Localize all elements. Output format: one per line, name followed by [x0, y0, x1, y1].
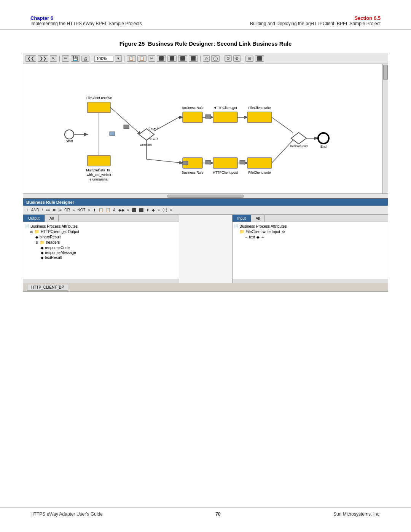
zoom-dropdown-btn[interactable]: ▾ [115, 55, 122, 62]
svg-text:Business Rule: Business Rule [182, 171, 204, 174]
vertical-scrollbar[interactable] [382, 64, 388, 193]
left-tree-area[interactable]: 📄 Business Process Attributes ⊕ 📁 HTTPCl… [23, 222, 179, 279]
brd-paren-btn[interactable]: (+) [162, 208, 168, 212]
diagram-canvas[interactable]: FileClient.receive MultipleData_In_ with… [23, 64, 388, 193]
cut-btn[interactable]: ✂ [148, 55, 155, 62]
brd-dbl-arrow-btn[interactable]: » [72, 208, 76, 212]
svg-rect-35 [183, 161, 188, 165]
stop-btn[interactable]: ⊗ [233, 55, 241, 62]
brd-dbl-arrow5-btn[interactable]: » [169, 208, 173, 212]
align-btn[interactable]: ⬛ [157, 55, 166, 62]
svg-rect-22 [206, 115, 211, 118]
align2-btn[interactable]: ⬛ [167, 55, 177, 62]
brd-pipe-btn[interactable]: |= [57, 208, 62, 212]
right-tree-area[interactable]: 📄 Business Process Attributes 📁 FileClie… [233, 222, 388, 279]
left-tree-item-5[interactable]: ◆ responseMessage [41, 250, 177, 255]
svg-rect-32 [206, 160, 211, 164]
section-subtitle: Building and Deploying the prjHTTPClient… [250, 21, 381, 26]
zoom-input[interactable] [94, 56, 113, 62]
page-header: Chapter 6 Implementing the HTTPS eWay BP… [0, 0, 411, 30]
svg-rect-29 [183, 158, 202, 168]
diamond-icon-r2: ◆ [256, 235, 260, 239]
canvas-hscroll-thumb[interactable] [167, 195, 244, 198]
svg-text:Case 2: Case 2 [148, 137, 158, 141]
left-tree-item-6[interactable]: ◆ textResult [41, 255, 177, 260]
svg-rect-2 [88, 102, 110, 113]
folder-icon-1: 📁 [34, 229, 40, 234]
figure-label: Figure 25 [119, 40, 148, 47]
brd-dot-btn[interactable]: ◆ [151, 208, 156, 212]
brd-diamond-btn[interactable]: ◆◆ [118, 208, 125, 212]
sep1 [59, 56, 60, 62]
brd-toolbar[interactable]: + AND / == ✱ |= OR » NOT » ⬆ 📋 📋 A ◆◆ » … [23, 206, 388, 215]
brd-copy2-btn[interactable]: 📋 [105, 208, 111, 212]
brd-star-btn[interactable]: ✱ [52, 208, 56, 212]
brd-eq-btn[interactable]: == [45, 208, 51, 212]
brd-a-btn[interactable]: A [112, 208, 116, 212]
block-btn[interactable]: ⬛ [255, 55, 264, 62]
align4-btn[interactable]: ⬛ [189, 55, 198, 62]
diamond-btn[interactable]: ◇ [203, 55, 210, 62]
brd-dbl-arrow4-btn[interactable]: » [157, 208, 161, 212]
svg-text:HTTPClient.post: HTTPClient.post [213, 171, 238, 174]
bottom-tab[interactable]: HTTP_CLIENT_BP [27, 284, 68, 291]
canvas-hscroll[interactable] [23, 193, 388, 198]
left-tree-item-3[interactable]: ⊕ 📁 headers [35, 240, 177, 245]
brd-dbl-arrow2-btn[interactable]: » [88, 208, 91, 212]
pointer-btn[interactable]: ↖ [50, 55, 57, 62]
nav-back-btn[interactable]: ❮❮ [25, 55, 36, 62]
right-tree-item-2[interactable]: → text ◆ ↩ [245, 235, 387, 240]
expand-icon-1: ⊕ [30, 230, 33, 234]
output-tab[interactable]: Output [23, 215, 45, 222]
brd-up2-btn[interactable]: ⬆ [145, 208, 150, 212]
nav-forward-btn[interactable]: ❯❯ [38, 55, 48, 62]
target-btn[interactable]: ⊙ [225, 55, 232, 62]
left-tree-root: 📄 Business Process Attributes [25, 224, 177, 229]
section-label: Section 6.5 [250, 15, 381, 21]
brd-not-btn[interactable]: NOT [76, 208, 86, 212]
bottom-tab-container: HTTP_CLIENT_BP [23, 283, 388, 291]
print-btn[interactable]: 🖨 [81, 56, 89, 62]
all-tab-right[interactable]: All [251, 215, 265, 222]
brd-or-btn[interactable]: OR [64, 208, 71, 212]
brd-add-btn[interactable]: + [25, 208, 29, 212]
vscroll-thumb[interactable] [383, 65, 388, 80]
sep3 [124, 56, 124, 62]
monitor-btn[interactable]: 🖥 [245, 56, 253, 62]
brd-block-btn[interactable]: ⬛ [131, 208, 137, 212]
right-tree-item-1[interactable]: 📁 FileClient.write.Input ⚙ [239, 229, 387, 235]
left-tree-item-2[interactable]: ◆ binaryResult [35, 235, 177, 240]
root-doc-icon-right: 📄 [234, 224, 239, 228]
brd-copy-btn[interactable]: 📋 [98, 208, 104, 212]
brd-block2-btn[interactable]: ⬛ [138, 208, 144, 212]
brd-title: Business Rule Designer [23, 199, 388, 206]
leaf-icon-2: ◆ [35, 235, 38, 239]
input-tab[interactable]: Input [233, 215, 251, 222]
brd-dbl-arrow3-btn[interactable]: » [126, 208, 130, 212]
edit-btn[interactable]: ✏ [62, 55, 69, 62]
left-tree-item-4[interactable]: ◆ responseCode [41, 245, 177, 250]
right-tab-bar: Input All [233, 215, 388, 222]
sep6 [243, 56, 243, 62]
svg-text:FileClient.write: FileClient.write [248, 171, 271, 174]
copy-btn[interactable]: 📋 [127, 55, 136, 62]
svg-text:MultipleData_In_: MultipleData_In_ [86, 168, 112, 172]
circle-btn[interactable]: ◯ [211, 55, 220, 62]
paste-btn[interactable]: 📋 [137, 55, 147, 62]
sep2 [92, 56, 92, 62]
all-tab-left[interactable]: All [45, 215, 59, 222]
align3-btn[interactable]: ⬛ [178, 55, 187, 62]
svg-rect-5 [88, 155, 110, 166]
save-btn[interactable]: 💾 [71, 55, 80, 62]
brd-up-btn[interactable]: ⬆ [92, 208, 97, 212]
right-hscroll[interactable] [233, 279, 388, 283]
left-tree-item-1[interactable]: ⊕ 📁 HTTPClient.get.Output [30, 229, 177, 235]
left-hscroll[interactable] [23, 279, 179, 283]
svg-rect-33 [213, 158, 237, 168]
brd-and-btn[interactable]: AND [30, 208, 40, 212]
diagram-canvas-container: FileClient.receive MultipleData_In_ with… [23, 64, 388, 193]
svg-text:FileClient.receive: FileClient.receive [86, 96, 112, 100]
brd-edit-btn[interactable]: / [41, 208, 44, 212]
leaf-icon-6: ◆ [41, 256, 44, 260]
diagram-toolbar[interactable]: ❮❮ ❯❯ ↖ ✏ 💾 🖨 ▾ 📋 📋 ✂ ⬛ ⬛ ⬛ ⬛ ◇ ◯ ⊙ ⊗ 🖥 … [23, 53, 388, 64]
